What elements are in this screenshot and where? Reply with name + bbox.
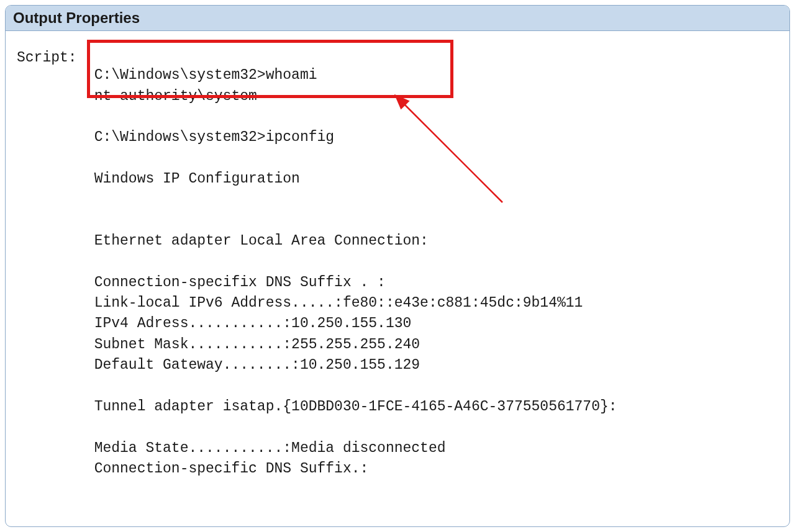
panel-body: Script: C:\Windows\system32>whoami nt au… — [6, 31, 789, 493]
output-line: C:\Windows\system32>ipconfig — [94, 129, 334, 145]
script-field-label: Script: — [17, 45, 77, 66]
output-line: Tunnel adapter isatap.{10DBD030-1FCE-416… — [94, 399, 617, 415]
output-properties-panel: Output Properties Script: C:\Windows\sys… — [5, 5, 790, 527]
output-line: Link-local IPv6 Address.....:fe80::e43e:… — [94, 295, 583, 311]
output-line: Connection-specific DNS Suffix.: — [94, 461, 369, 477]
output-line: C:\Windows\system32>whoami — [94, 67, 317, 83]
output-line: IPv4 Adress...........:10.250.155.130 — [94, 315, 412, 331]
output-line: nt authority\system — [94, 88, 257, 104]
output-line: Windows IP Configuration — [94, 171, 300, 187]
panel-header: Output Properties — [6, 6, 789, 31]
script-output-text: C:\Windows\system32>whoami nt authority\… — [94, 45, 617, 479]
output-line: Ethernet adapter Local Area Connection: — [94, 233, 429, 249]
output-line: Subnet Mask...........:255.255.255.240 — [94, 336, 420, 353]
output-line: Default Gateway........:10.250.155.129 — [94, 357, 420, 373]
output-line: Media State...........:Media disconnecte… — [94, 440, 446, 456]
panel-title: Output Properties — [13, 9, 782, 27]
output-line: Connection-specifix DNS Suffix . : — [94, 274, 386, 291]
